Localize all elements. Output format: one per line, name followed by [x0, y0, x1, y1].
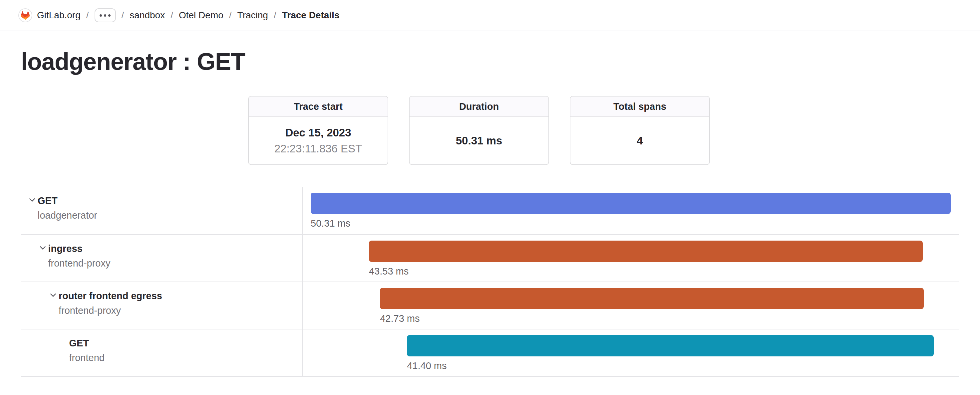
span-service: frontend-proxy	[48, 256, 111, 271]
chevron-spacer	[60, 336, 69, 376]
span-service: frontend	[69, 351, 105, 365]
breadcrumb-separator: /	[170, 10, 173, 21]
card-header: Duration	[410, 97, 549, 117]
card-header: Trace start	[249, 97, 388, 117]
gitlab-logo	[18, 8, 32, 22]
trace-duration-value: 50.31 ms	[456, 135, 502, 147]
breadcrumb-project-link[interactable]: GitLab.org	[37, 10, 81, 21]
chevron-down-icon[interactable]	[28, 194, 38, 234]
ellipsis-icon	[100, 14, 111, 17]
span-row: GETloadgenerator50.31 ms	[21, 187, 959, 234]
breadcrumb-separator: /	[86, 10, 89, 21]
breadcrumb: GitLab.org / / sandbox / Otel Demo / Tra…	[0, 0, 980, 31]
span-row: router frontend egressfrontend-proxy42.7…	[21, 282, 959, 329]
trace-start-date: Dec 15, 2023	[285, 127, 351, 139]
span-operation: ingress	[48, 241, 111, 256]
breadcrumb-current-page: Trace Details	[282, 10, 340, 21]
chevron-down-icon[interactable]	[49, 289, 59, 329]
span-duration-bar[interactable]	[311, 193, 951, 214]
breadcrumb-item-tracing[interactable]: Tracing	[237, 10, 268, 21]
chevron-down-icon[interactable]	[39, 241, 48, 282]
trace-start-time: 22:23:11.836 EST	[274, 143, 362, 155]
span-duration-label: 43.53 ms	[369, 266, 409, 277]
card-header: Total spans	[570, 97, 709, 117]
breadcrumb-separator: /	[274, 10, 276, 21]
breadcrumb-collapsed-button[interactable]	[95, 8, 116, 22]
span-duration-label: 50.31 ms	[311, 218, 350, 229]
span-duration-label: 41.40 ms	[407, 360, 447, 371]
trace-details-page: loadgenerator : GET Trace start Dec 15, …	[0, 48, 980, 377]
span-service: frontend-proxy	[59, 303, 162, 318]
span-operation: GET	[38, 194, 97, 208]
span-duration-bar[interactable]	[369, 241, 923, 262]
breadcrumb-separator: /	[229, 10, 232, 21]
summary-card-total-spans: Total spans 4	[570, 96, 710, 165]
span-duration-bar[interactable]	[407, 335, 934, 356]
span-waterfall: GETloadgenerator50.31 msingressfrontend-…	[21, 187, 959, 377]
span-operation: GET	[69, 336, 105, 351]
summary-card-trace-start: Trace start Dec 15, 2023 22:23:11.836 ES…	[248, 96, 388, 165]
span-row: ingressfrontend-proxy43.53 ms	[21, 234, 959, 282]
page-title: loadgenerator : GET	[21, 48, 959, 75]
total-spans-value: 4	[637, 135, 643, 147]
span-duration-bar[interactable]	[380, 288, 923, 309]
breadcrumb-separator: /	[121, 10, 124, 21]
summary-card-duration: Duration 50.31 ms	[409, 96, 549, 165]
span-operation: router frontend egress	[59, 289, 162, 303]
trace-summary-cards: Trace start Dec 15, 2023 22:23:11.836 ES…	[10, 96, 948, 165]
span-service: loadgenerator	[38, 208, 97, 223]
span-row: GETfrontend41.40 ms	[21, 329, 959, 376]
gitlab-tanuki-icon	[21, 11, 30, 20]
breadcrumb-item-otel-demo[interactable]: Otel Demo	[179, 10, 223, 21]
breadcrumb-item-sandbox[interactable]: sandbox	[129, 10, 165, 21]
span-duration-label: 42.73 ms	[380, 313, 420, 324]
